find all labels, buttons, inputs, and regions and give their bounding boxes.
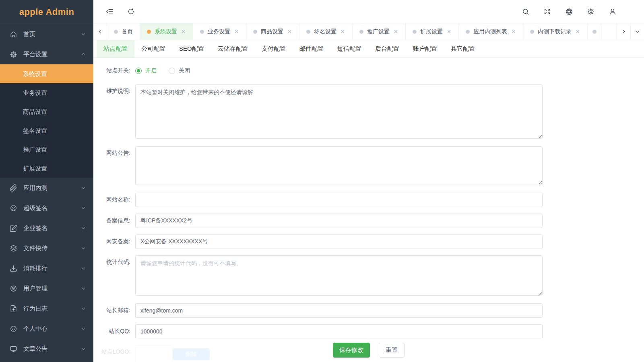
sidebar-item-label: 行为日志: [23, 305, 80, 313]
tabs-scroll-right-button[interactable]: [617, 23, 630, 40]
content-panel: 站点配置 公司配置 SEO配置 云储存配置 支付配置 邮件配置 短信配置 后台配…: [93, 40, 644, 362]
sidebar-item-app-beta[interactable]: 应用内测: [0, 178, 93, 198]
sidebar-subitem-signature-settings[interactable]: 签名设置: [0, 121, 93, 140]
close-icon[interactable]: [340, 29, 345, 34]
user-circle-icon: [10, 285, 17, 292]
search-icon[interactable]: [522, 8, 530, 16]
chevron-down-icon: [80, 265, 86, 271]
form-row-webmaster-email: 站长邮箱:: [93, 303, 644, 318]
sidebar-subitem-product-settings[interactable]: 商品设置: [0, 102, 93, 121]
tab-label: 扩展设置: [420, 28, 443, 35]
sidebar-subitem-business-settings[interactable]: 业务设置: [0, 83, 93, 102]
tab-product-settings[interactable]: 商品设置: [246, 23, 299, 40]
gear-icon[interactable]: [587, 8, 595, 16]
sidebar-item-enterprise-signature[interactable]: 企业签名: [0, 218, 93, 238]
fullscreen-icon[interactable]: [543, 8, 551, 16]
chevron-down-icon: [80, 225, 86, 231]
sidebar-item-personal-center[interactable]: 个人中心: [0, 319, 93, 339]
app-title: apple Admin: [0, 0, 93, 24]
tab-dot: [413, 30, 417, 34]
sidebar-item-label: 首页: [23, 31, 80, 38]
sidebar-item-behavior-log[interactable]: 行为日志: [0, 298, 93, 319]
site-announcement-textarea[interactable]: [135, 146, 543, 185]
webmaster-email-input[interactable]: [135, 303, 543, 318]
tab-extension-settings[interactable]: 扩展设置: [406, 23, 459, 40]
sidebar-subitem-promotion-settings[interactable]: 推广设置: [0, 140, 93, 159]
radio-label: 关闭: [179, 67, 190, 74]
police-record-input[interactable]: [135, 234, 543, 249]
sidebar-subitem-extension-settings[interactable]: 扩展设置: [0, 159, 93, 178]
radio-site-off[interactable]: 关闭: [169, 67, 190, 74]
tab-dot: [306, 30, 310, 34]
radio-site-on[interactable]: 开启: [135, 67, 157, 74]
chevron-up-icon: [80, 51, 86, 57]
close-icon[interactable]: [287, 29, 292, 34]
form-row-maintenance-note: 维护说明: 本站暂时关闭维护，给您带来的不便还请谅解: [93, 84, 644, 140]
tab-dot: [147, 30, 151, 34]
form-row-icp-record: 备案信息:: [93, 214, 644, 228]
tab-signature-settings[interactable]: 签名设置: [299, 23, 353, 40]
sidebar-item-home[interactable]: 首页: [0, 24, 93, 44]
sidebar-item-file-transfer[interactable]: 文件快传: [0, 238, 93, 258]
tab-label: 签名设置: [314, 28, 336, 35]
tab-home[interactable]: 首页: [107, 23, 140, 40]
config-tab-company[interactable]: 公司配置: [134, 40, 172, 58]
sidebar-item-label: 平台设置: [23, 51, 80, 58]
form-row-webmaster-qq: 站长QQ:: [93, 324, 644, 339]
config-tab-backend[interactable]: 后台配置: [368, 40, 406, 58]
close-icon[interactable]: [575, 29, 580, 34]
sidebar-item-platform-settings[interactable]: 平台设置: [0, 44, 93, 64]
field-label: 网站公告:: [93, 146, 135, 186]
config-tab-site[interactable]: 站点配置: [97, 40, 134, 58]
reset-button[interactable]: 重置: [379, 343, 405, 358]
config-tab-other[interactable]: 其它配置: [444, 40, 482, 58]
tab-dot: [466, 30, 470, 34]
config-tab-cloud-storage[interactable]: 云储存配置: [211, 40, 255, 58]
tabs-dropdown-button[interactable]: [630, 23, 644, 40]
site-name-input[interactable]: [135, 193, 543, 207]
user-icon[interactable]: [609, 8, 617, 16]
chevron-down-icon: [80, 286, 86, 291]
config-tab-payment[interactable]: 支付配置: [255, 40, 293, 58]
config-tabs: 站点配置 公司配置 SEO配置 云储存配置 支付配置 邮件配置 短信配置 后台配…: [93, 40, 644, 58]
tab-promotion-settings[interactable]: 推广设置: [353, 23, 406, 40]
close-icon[interactable]: [234, 29, 239, 34]
sidebar-subitem-system-settings[interactable]: 系统设置: [0, 64, 93, 83]
sidebar: apple Admin 首页 平台设置 系统设置 业务设置 商品设置 签名设置 …: [0, 0, 93, 362]
close-icon[interactable]: [393, 29, 398, 34]
config-tab-account[interactable]: 账户配置: [406, 40, 444, 58]
globe-icon[interactable]: [565, 8, 573, 16]
save-button[interactable]: 保存修改: [333, 343, 370, 358]
close-icon[interactable]: [511, 29, 516, 34]
tab-business-settings[interactable]: 业务设置: [193, 23, 246, 40]
tab-beta-download-record[interactable]: 内测下载记录: [523, 23, 588, 40]
collapse-menu-icon[interactable]: [105, 8, 114, 16]
sidebar-item-super-signature[interactable]: 超级签名: [0, 198, 93, 218]
webmaster-qq-input[interactable]: [135, 324, 543, 339]
refresh-icon[interactable]: [127, 8, 135, 16]
tab-dot: [592, 30, 597, 34]
tab-app-beta-list[interactable]: 应用内测列表: [459, 23, 523, 40]
main-area: 首页 系统设置 业务设置 商品设置: [93, 0, 644, 362]
sidebar-item-consumption-rank[interactable]: 消耗排行: [0, 258, 93, 278]
monitor-icon: [10, 345, 17, 353]
sidebar-item-article-announcement[interactable]: 文章公告: [0, 339, 93, 359]
tab-dot: [530, 30, 534, 34]
frown-icon: [10, 204, 17, 212]
paperclip-icon: [10, 184, 17, 192]
stats-code-textarea[interactable]: [135, 255, 543, 296]
close-icon[interactable]: [181, 29, 186, 34]
sidebar-item-user-management[interactable]: 用户管理: [0, 278, 93, 298]
config-tab-sms[interactable]: 短信配置: [330, 40, 368, 58]
tab-label: 首页: [122, 28, 133, 35]
icp-record-input[interactable]: [135, 214, 543, 228]
close-icon[interactable]: [446, 29, 452, 34]
tabs-scroll-left-button[interactable]: [93, 23, 107, 40]
tab-system-settings[interactable]: 系统设置: [140, 23, 193, 40]
sidebar-item-label: 企业签名: [23, 224, 80, 232]
config-tab-seo[interactable]: SEO配置: [172, 40, 211, 58]
form-row-site-name: 网站名称:: [93, 193, 644, 207]
config-tab-mail[interactable]: 邮件配置: [293, 40, 330, 58]
tab-partial[interactable]: [588, 23, 601, 40]
maintenance-note-textarea[interactable]: 本站暂时关闭维护，给您带来的不便还请谅解: [135, 84, 543, 139]
